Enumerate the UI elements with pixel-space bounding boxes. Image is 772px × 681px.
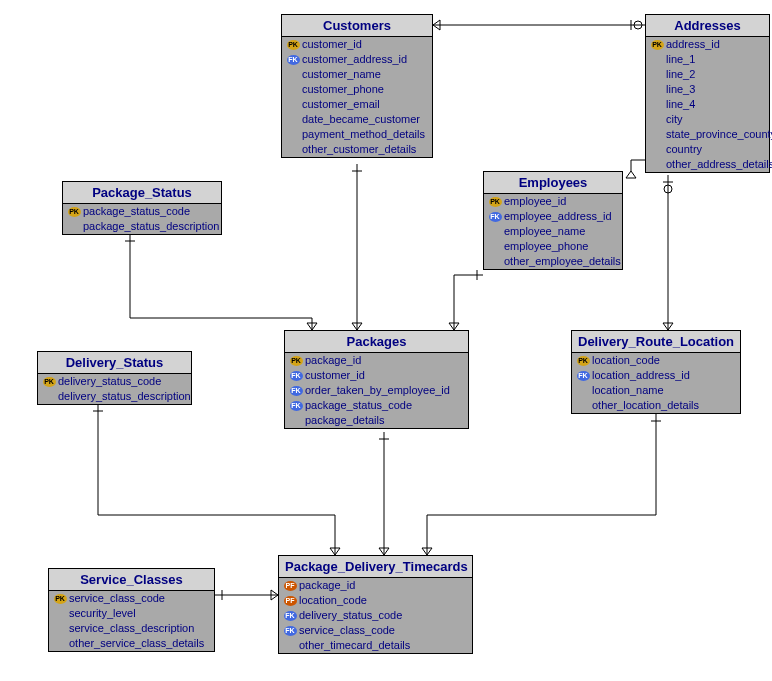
- attribute-name: payment_method_details: [302, 127, 425, 142]
- key-indicator: [286, 144, 300, 155]
- key-indicator: [650, 144, 664, 155]
- attribute-row: FKemployee_address_id: [484, 209, 622, 224]
- attribute-name: line_2: [666, 67, 695, 82]
- entity-package-delivery-timecards: Package_Delivery_Timecards PFpackage_idP…: [278, 555, 473, 654]
- attribute-name: location_name: [592, 383, 664, 398]
- attribute-row: FKcustomer_id: [285, 368, 468, 383]
- key-indicator: [53, 608, 67, 619]
- attribute-name: order_taken_by_employee_id: [305, 383, 450, 398]
- attribute-name: location_code: [299, 593, 367, 608]
- attribute-row: line_2: [646, 67, 769, 82]
- entity-title: Employees: [484, 172, 622, 194]
- key-indicator: FK: [488, 211, 502, 222]
- key-indicator: FK: [289, 370, 303, 381]
- attribute-name: package_status_description: [83, 219, 219, 234]
- fk-icon: FK: [290, 401, 303, 411]
- attribute-name: service_class_description: [69, 621, 194, 636]
- pk-icon: PK: [290, 356, 303, 366]
- key-indicator: [42, 391, 56, 402]
- fk-icon: FK: [489, 212, 502, 222]
- svg-line-1: [433, 20, 440, 25]
- key-indicator: PK: [53, 593, 67, 604]
- attribute-row: service_class_description: [49, 621, 214, 636]
- svg-line-38: [330, 548, 335, 555]
- svg-line-34: [422, 548, 427, 555]
- svg-line-20: [449, 323, 454, 330]
- attribute-row: line_1: [646, 52, 769, 67]
- key-indicator: [650, 99, 664, 110]
- entity-body: PKservice_class_codesecurity_levelservic…: [49, 591, 214, 651]
- attribute-name: package_status_code: [83, 204, 190, 219]
- svg-line-43: [271, 590, 278, 595]
- key-indicator: PK: [289, 355, 303, 366]
- attribute-name: service_class_code: [299, 623, 395, 638]
- svg-line-7: [631, 171, 636, 178]
- attribute-row: PFpackage_id: [279, 578, 472, 593]
- attribute-row: line_3: [646, 82, 769, 97]
- attribute-name: package_status_code: [305, 398, 412, 413]
- entity-title: Package_Status: [63, 182, 221, 204]
- attribute-row: city: [646, 112, 769, 127]
- attribute-row: PKlocation_code: [572, 353, 740, 368]
- fk-icon: FK: [284, 611, 297, 621]
- entity-title: Delivery_Status: [38, 352, 191, 374]
- attribute-row: PKemployee_id: [484, 194, 622, 209]
- attribute-row: PKservice_class_code: [49, 591, 214, 606]
- attribute-row: other_employee_details: [484, 254, 622, 269]
- attribute-row: FKservice_class_code: [279, 623, 472, 638]
- key-indicator: [67, 221, 81, 232]
- attribute-row: other_service_class_details: [49, 636, 214, 651]
- key-indicator: [650, 114, 664, 125]
- attribute-name: other_address_details: [666, 157, 772, 172]
- attribute-row: PKdelivery_status_code: [38, 374, 191, 389]
- svg-line-25: [307, 323, 312, 330]
- attribute-name: customer_id: [305, 368, 365, 383]
- attribute-name: line_3: [666, 82, 695, 97]
- svg-line-13: [668, 323, 673, 330]
- entity-body: PFpackage_idPFlocation_codeFKdelivery_st…: [279, 578, 472, 653]
- key-indicator: PK: [488, 196, 502, 207]
- attribute-name: employee_id: [504, 194, 566, 209]
- fk-icon: FK: [287, 55, 300, 65]
- attribute-row: FKdelivery_status_code: [279, 608, 472, 623]
- attribute-name: other_employee_details: [504, 254, 621, 269]
- svg-point-11: [664, 185, 672, 193]
- attribute-row: FKlocation_address_id: [572, 368, 740, 383]
- entity-body: PKpackage_status_codepackage_status_desc…: [63, 204, 221, 234]
- attribute-name: employee_address_id: [504, 209, 612, 224]
- attribute-row: other_location_details: [572, 398, 740, 413]
- fk-icon: FK: [284, 626, 297, 636]
- pf-icon: PF: [284, 596, 297, 606]
- attribute-name: employee_name: [504, 224, 585, 239]
- svg-line-44: [271, 595, 278, 600]
- entity-packages: Packages PKpackage_idFKcustomer_idFKorde…: [284, 330, 469, 429]
- attribute-name: employee_phone: [504, 239, 588, 254]
- entity-body: PKaddress_idline_1line_2line_3line_4city…: [646, 37, 769, 172]
- entity-body: PKdelivery_status_codedelivery_status_de…: [38, 374, 191, 404]
- attribute-row: security_level: [49, 606, 214, 621]
- key-indicator: PK: [576, 355, 590, 366]
- svg-line-30: [379, 548, 384, 555]
- key-indicator: [576, 400, 590, 411]
- key-indicator: [286, 99, 300, 110]
- attribute-row: country: [646, 142, 769, 157]
- pk-icon: PK: [68, 207, 81, 217]
- attribute-row: line_4: [646, 97, 769, 112]
- attribute-name: customer_id: [302, 37, 362, 52]
- attribute-row: payment_method_details: [282, 127, 432, 142]
- attribute-row: employee_phone: [484, 239, 622, 254]
- svg-point-4: [634, 21, 642, 29]
- key-indicator: PK: [42, 376, 56, 387]
- entity-addresses: Addresses PKaddress_idline_1line_2line_3…: [645, 14, 770, 173]
- svg-line-21: [454, 323, 459, 330]
- key-indicator: FK: [283, 625, 297, 636]
- key-indicator: FK: [289, 400, 303, 411]
- attribute-name: address_id: [666, 37, 720, 52]
- attribute-name: other_customer_details: [302, 142, 416, 157]
- attribute-name: country: [666, 142, 702, 157]
- key-indicator: PK: [650, 39, 664, 50]
- entity-title: Delivery_Route_Location: [572, 331, 740, 353]
- key-indicator: [283, 640, 297, 651]
- entity-customers: Customers PKcustomer_idFKcustomer_addres…: [281, 14, 433, 158]
- key-indicator: [286, 69, 300, 80]
